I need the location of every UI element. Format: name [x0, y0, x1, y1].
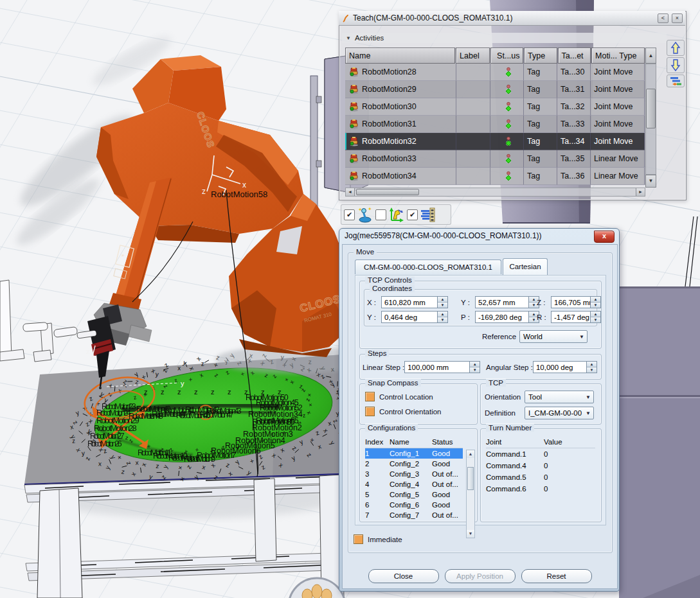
tcp-dropdown[interactable]: Tool ▼	[525, 391, 594, 403]
svg-text:z: z	[144, 388, 148, 396]
turn-row[interactable]: Command.5 0	[486, 471, 595, 483]
scroll-left-icon[interactable]: ◄	[346, 188, 355, 196]
joystick-icon[interactable]: ✦✦	[357, 206, 373, 223]
coordinate-label: P :	[461, 313, 475, 321]
vscroll-thumb[interactable]	[646, 89, 656, 128]
config-status: Out of...	[432, 480, 463, 488]
spinner-control[interactable]: ▲▼	[590, 312, 600, 322]
scroll-down-icon[interactable]: ▼	[467, 530, 474, 538]
tab[interactable]: CM-GM-00-000-CLOOS_ROMAT310.1	[355, 259, 501, 274]
spinner-control[interactable]: ▲▼	[437, 312, 447, 322]
orange-checkbox[interactable]	[365, 407, 375, 416]
col-header-label[interactable]: Label	[456, 48, 489, 64]
activity-row[interactable]: RobotMotion34 Tag Ta...36 Linear Move	[345, 168, 656, 185]
col-header-status[interactable]: St...us	[490, 48, 523, 64]
activity-row[interactable]: RobotMotion29 Tag Ta...31 Joint Move	[345, 81, 656, 98]
svg-text:z: z	[156, 462, 159, 470]
activities-header[interactable]: ▼ Activities	[342, 33, 667, 43]
orange-checkbox[interactable]	[365, 392, 375, 401]
dialog-button[interactable]: Close	[368, 569, 439, 583]
coordinate-input[interactable]: 166,705 mm ▲▼	[551, 296, 601, 308]
config-name: Config_4	[390, 480, 432, 488]
spinner-control[interactable]: ▲▼	[590, 297, 600, 308]
move-up-button[interactable]	[667, 40, 685, 56]
filmstrip-icon[interactable]	[420, 206, 436, 223]
spinner-control[interactable]: ▲▼	[586, 362, 597, 373]
vertical-scrollbar[interactable]: ▼	[645, 64, 656, 218]
config-row[interactable]: 6 Config_6 Good	[365, 500, 463, 510]
tcp-dropdown[interactable]: I_CM-GM-00-00 ▼	[525, 407, 594, 419]
dialog-button[interactable]: Reset	[521, 569, 592, 583]
hscroll-thumb[interactable]	[356, 189, 419, 195]
activity-name: RobotMotion28	[362, 67, 417, 76]
move-group-label: Move	[354, 248, 377, 256]
turn-row[interactable]: Command.1 0	[486, 448, 595, 460]
activity-row[interactable]: RobotMotion31 Tag Ta...33 Joint Move	[345, 116, 656, 133]
col-header-target[interactable]: Ta...et	[558, 48, 591, 64]
teach-titlebar[interactable]: Teach(CM-GM-00-000-CLOOS_ROMAT310.1) < ×	[339, 11, 685, 26]
activity-row[interactable]: RobotMotion30 Tag Ta...32 Joint Move	[345, 98, 656, 116]
activity-motion-type: Joint Move	[591, 133, 645, 150]
jog-toggle-checkbox[interactable]: ✔	[344, 209, 355, 220]
config-status: Out of...	[432, 470, 463, 478]
simulation-toggle-checkbox[interactable]: ✔	[407, 209, 418, 220]
activity-type: Tag	[524, 98, 557, 116]
dialog-button[interactable]: Apply Position	[445, 569, 516, 583]
config-scroll-thumb[interactable]	[467, 467, 474, 490]
step-input[interactable]: 10,000 deg ▲▼	[533, 361, 597, 373]
scroll-right-icon[interactable]: ►	[636, 188, 645, 196]
scroll-down-icon[interactable]: ▼	[645, 175, 656, 188]
close-icon[interactable]: x	[594, 231, 615, 243]
tcp-row-label: Definition	[485, 409, 525, 417]
steps-group: Steps Linear Step : 100,000 mm ▲▼	[359, 354, 602, 380]
svg-text:z: z	[211, 388, 215, 396]
coordinate-label: Z :	[537, 299, 551, 306]
status-traffic-light-icon	[505, 84, 512, 94]
coordinate-input[interactable]: -1,457 deg ▲▼	[551, 311, 601, 323]
activity-row[interactable]: RobotMotion33 Tag Ta...35 Linear Move	[345, 150, 656, 168]
activity-row[interactable]: RobotMotion32 Tag Ta...34 Joint Move	[345, 133, 656, 150]
col-header-motion-type[interactable]: Moti... Type	[591, 48, 645, 64]
config-row[interactable]: 2 Config_2 Good	[365, 459, 463, 469]
step-input[interactable]: 100,000 mm ▲▼	[404, 361, 480, 373]
tab[interactable]: Cartesian	[503, 258, 548, 275]
collapse-button[interactable]: <	[658, 13, 669, 23]
spinner-control[interactable]: ▲▼	[437, 297, 447, 308]
config-name: Config_5	[390, 491, 432, 498]
frame-toggle-checkbox[interactable]	[375, 209, 386, 220]
reference-dropdown[interactable]: World ▼	[519, 330, 588, 343]
turn-row[interactable]: Command.4 0	[486, 460, 595, 471]
col-header-type[interactable]: Type	[524, 48, 557, 64]
config-row[interactable]: 4 Config_4 Out of...	[365, 479, 463, 489]
robot-motion-icon	[348, 101, 359, 112]
config-scrollbar[interactable]: ▲ ▼	[466, 450, 475, 538]
move-down-button[interactable]	[667, 57, 685, 73]
close-icon[interactable]: ×	[672, 13, 683, 23]
robot-frame-icon[interactable]	[389, 206, 404, 223]
svg-text:z: z	[86, 347, 90, 355]
activity-row[interactable]: RobotMotion28 Tag Ta...30 Joint Move	[345, 64, 656, 81]
turn-row[interactable]: Command.6 0	[486, 483, 595, 495]
spin-down-icon: ▼	[587, 367, 597, 373]
horizontal-scrollbar[interactable]: ◄ ►	[345, 188, 645, 197]
scroll-up-icon[interactable]: ▲	[467, 450, 474, 458]
spin-down-icon: ▼	[438, 317, 447, 322]
immediate-checkbox[interactable]	[354, 534, 363, 544]
config-row[interactable]: 1 Config_1 Good	[365, 448, 463, 459]
coordinate-input[interactable]: 610,820 mm ▲▼	[381, 296, 448, 308]
config-row[interactable]: 7 Config_7 Out of...	[365, 510, 463, 520]
scroll-up-icon[interactable]: ▲	[645, 48, 656, 64]
flowchart-icon	[669, 76, 682, 85]
coordinate-input[interactable]: -169,280 deg ▲▼	[475, 311, 539, 323]
status-traffic-light-icon	[505, 67, 512, 77]
coordinate-input[interactable]: 0,464 deg ▲▼	[381, 311, 448, 323]
coordinate-input[interactable]: 52,657 mm ▲▼	[475, 296, 539, 308]
activity-motion-type: Joint Move	[591, 98, 645, 116]
robot-motion-icon	[348, 67, 359, 77]
machine-block[interactable]	[619, 286, 700, 598]
spinner-control[interactable]: ▲▼	[469, 362, 480, 373]
config-row[interactable]: 5 Config_5 Good	[365, 489, 463, 500]
col-header-name[interactable]: Name	[345, 48, 455, 64]
config-row[interactable]: 3 Config_3 Out of...	[365, 469, 463, 479]
process-view-button[interactable]	[667, 75, 685, 87]
